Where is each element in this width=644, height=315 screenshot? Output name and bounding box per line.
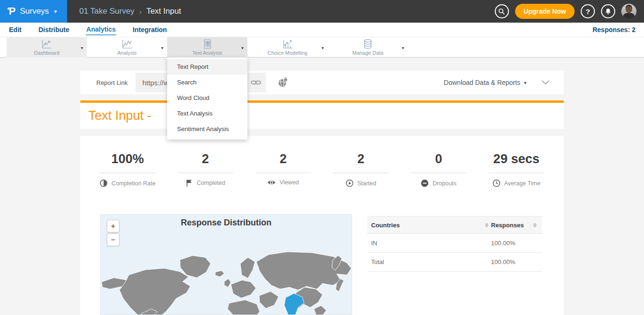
responses-count: Responses: 2 <box>593 26 636 33</box>
response-distribution-map: Response Distribution + − <box>100 214 352 315</box>
countries-table: Countries Responses IN 100.00% Total 100… <box>367 216 542 272</box>
minus-circle-icon <box>421 179 429 187</box>
clock-icon <box>492 179 500 187</box>
flag-icon <box>186 179 193 187</box>
map-scandinavia <box>240 257 255 278</box>
map-middle-east <box>259 291 279 308</box>
table-row-total: Total 100.00% <box>367 253 542 272</box>
stat-value: 2 <box>244 152 322 166</box>
nav-item-distribute[interactable]: Distribute <box>38 25 69 35</box>
tab-label: Manage Data <box>352 50 383 56</box>
column-header-countries[interactable]: Countries <box>371 222 483 229</box>
zoom-out-button[interactable]: − <box>107 233 119 246</box>
stat-value: 2 <box>167 152 245 166</box>
caret-down-icon: ▾ <box>524 80 526 85</box>
breadcrumb-current-page: Text Input <box>146 7 181 16</box>
search-button[interactable] <box>495 4 509 18</box>
top-header: Ƥ Surveys ▾ 01 Take Survey › Text Input … <box>0 0 644 23</box>
menu-item-sentiment-analysis[interactable]: Sentiment Analysis <box>167 121 247 137</box>
report-link-label: Report Link <box>96 79 127 86</box>
page-title: Text Input - <box>88 108 152 123</box>
sort-icon[interactable] <box>531 223 539 227</box>
app-switcher[interactable]: Ƥ Surveys ▾ <box>0 0 67 23</box>
stat-label: Average Time <box>504 180 541 187</box>
map-iceland <box>215 271 224 277</box>
tab-label: Text Analysis <box>192 50 222 56</box>
stat-completion-rate: 100% Completion Rate <box>89 152 167 187</box>
question-mark-icon: ? <box>585 8 590 16</box>
analytics-toolbar: Dashboard ▾ Analysis ▾ Text Analysis ▾ C… <box>0 37 644 58</box>
stat-value: 100% <box>89 152 167 166</box>
menu-item-text-analysis[interactable]: Text Analysis <box>167 106 247 121</box>
map-europe <box>231 280 256 298</box>
report-link-bar: Report Link Download Data & Reports ▾ <box>80 71 564 94</box>
menu-item-search[interactable]: Search <box>167 75 247 90</box>
breadcrumb-survey-link[interactable]: 01 Take Survey <box>79 7 135 16</box>
tab-dashboard[interactable]: Dashboard ▾ <box>7 37 87 58</box>
column-header-responses[interactable]: Responses <box>491 222 531 229</box>
menu-item-text-report[interactable]: Text Report <box>167 59 247 75</box>
play-circle-icon <box>346 179 354 187</box>
line-chart-icon <box>41 39 53 50</box>
table-row: IN 100.00% <box>367 234 542 253</box>
tab-label: Choice Modelling <box>268 50 307 56</box>
map-uk <box>224 279 231 287</box>
stat-label: Dropouts <box>432 180 457 187</box>
tab-label: Analysis <box>118 50 137 56</box>
survey-stats-row: 100% Completion Rate 2 Completed 2 <box>89 152 555 187</box>
chevron-down-icon: ▾ <box>54 8 57 15</box>
stat-viewed: 2 Viewed <box>244 152 322 187</box>
tab-analysis[interactable]: Analysis ▾ <box>87 37 167 58</box>
survey-nav: Edit Distribute Analytics Integration Re… <box>0 23 644 37</box>
nav-item-integration[interactable]: Integration <box>132 25 167 35</box>
breadcrumb: 01 Take Survey › Text Input <box>79 0 181 23</box>
bell-icon <box>605 8 611 15</box>
responses-cell: 100.00% <box>491 240 539 247</box>
map-zoom-controls: + − <box>107 220 119 246</box>
notifications-button[interactable] <box>601 4 615 18</box>
chevron-down-icon <box>542 80 550 85</box>
questionpro-logo-icon: Ƥ <box>8 6 16 17</box>
zoom-in-button[interactable]: + <box>107 220 119 232</box>
sort-icon[interactable] <box>483 223 491 227</box>
tab-label: Dashboard <box>34 50 59 56</box>
user-avatar[interactable] <box>621 4 636 19</box>
tab-manage-data[interactable]: Manage Data ▾ <box>328 37 408 58</box>
tab-text-analysis[interactable]: Text Analysis ▾ <box>167 37 247 58</box>
stat-label: Completion Rate <box>111 180 155 187</box>
stat-label: Completed <box>197 180 225 186</box>
stat-dropouts: 0 Dropouts <box>400 152 478 187</box>
completion-rate-icon <box>100 179 108 187</box>
collapse-panel-button[interactable] <box>542 80 550 85</box>
text-report-icon <box>202 39 212 50</box>
table-header-row: Countries Responses <box>367 216 542 234</box>
world-map[interactable] <box>101 215 352 315</box>
scatter-chart-icon <box>281 39 294 50</box>
report-main-card: 100% Completion Rate 2 Completed 2 <box>80 136 564 315</box>
app-name: Surveys <box>20 7 49 16</box>
map-title: Response Distribution <box>101 218 352 228</box>
map-india-highlighted[interactable] <box>284 293 304 315</box>
tab-choice-modelling[interactable]: Choice Modelling ▾ <box>247 37 328 58</box>
upgrade-now-button[interactable]: Upgrade Now <box>515 4 575 19</box>
help-button[interactable]: ? <box>581 4 595 18</box>
nav-item-analytics[interactable]: Analytics <box>86 24 116 35</box>
stat-completed: 2 Completed <box>167 152 245 187</box>
nav-item-edit[interactable]: Edit <box>8 25 22 35</box>
caret-down-icon: ▾ <box>402 45 404 50</box>
responses-cell: 100.00% <box>491 258 539 265</box>
header-actions: Upgrade Now ? <box>495 0 644 23</box>
stat-value: 29 secs <box>477 152 555 166</box>
text-analysis-menu: Text Report Search Word Cloud Text Analy… <box>167 58 247 140</box>
copy-link-icon[interactable] <box>251 78 261 87</box>
caret-down-icon: ▾ <box>322 45 324 50</box>
globe-lock-icon[interactable] <box>278 77 288 88</box>
search-icon <box>498 8 505 15</box>
map-africa <box>228 300 260 315</box>
country-cell: Total <box>371 258 491 265</box>
download-data-reports-dropdown[interactable]: Download Data & Reports ▾ <box>444 79 526 86</box>
question-title-card: Text Input - <box>80 103 564 129</box>
caret-down-icon: ▾ <box>161 45 163 50</box>
stat-label: Viewed <box>280 179 299 186</box>
menu-item-word-cloud[interactable]: Word Cloud <box>167 90 247 106</box>
